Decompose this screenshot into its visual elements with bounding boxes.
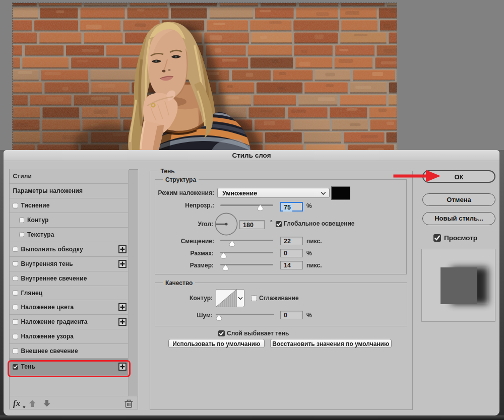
svg-text:fx: fx — [13, 398, 21, 408]
